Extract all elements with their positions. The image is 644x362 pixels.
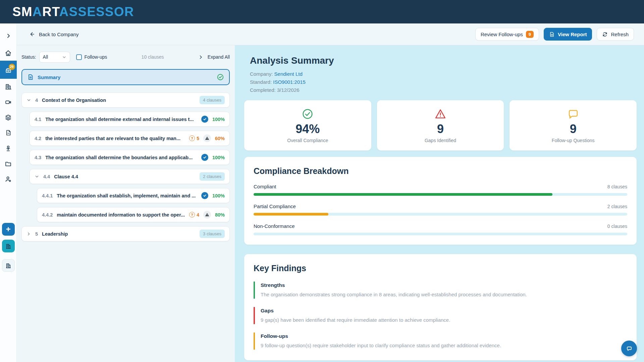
compliance-percent: 80%	[215, 212, 225, 218]
clause-row[interactable]: 4.1 The organization shall determine ext…	[30, 112, 230, 127]
sidebar-item-users[interactable]	[0, 171, 17, 187]
clause-filter-row: Status: All Follow-ups 10 clauses Expand…	[21, 50, 230, 64]
company-line: Company: Sendient Ltd	[250, 70, 637, 78]
status-select[interactable]: All	[39, 52, 70, 63]
sidebar-item-assessments[interactable]: 29	[0, 61, 17, 79]
breakdown-label: Compliant	[254, 184, 276, 189]
sidebar-item-folders[interactable]	[0, 156, 17, 171]
chevron-right-icon	[198, 55, 203, 60]
add-button[interactable]: +	[2, 223, 15, 236]
completed-value: 3/12/2026	[277, 87, 300, 93]
followup-questions-indicator: ? 4	[189, 212, 199, 218]
clause-section-row[interactable]: 5 Leadership 3 clauses	[21, 226, 230, 241]
sidebar-item-interviews[interactable]	[0, 140, 17, 156]
finding-heading: Follow-ups	[261, 333, 627, 339]
status-label: Status:	[21, 54, 36, 60]
warning-triangle-icon	[434, 108, 447, 120]
view-report-button[interactable]: View Report	[544, 28, 592, 41]
clause-title: The organization shall determine externa…	[45, 117, 197, 122]
clause-row[interactable]: 4.4.1 The organization shall establish, …	[37, 188, 230, 203]
back-to-company-label: Back to Company	[39, 32, 78, 37]
chat-button[interactable]	[621, 341, 637, 356]
followups-checkbox[interactable]	[76, 54, 82, 60]
clause-section-row[interactable]: 4 Context of the Organisation 4 clauses	[21, 93, 230, 108]
breakdown-label: Non-Conformance	[254, 223, 295, 229]
question-count: 5	[197, 136, 199, 141]
clause-count: 10 clauses	[107, 54, 198, 60]
complete-check-icon	[201, 116, 208, 123]
sidebar-item-companies[interactable]	[0, 79, 17, 94]
chevron-down-icon	[62, 55, 66, 59]
stat-value: 9	[570, 123, 577, 135]
chat-bubble-icon	[567, 108, 580, 120]
office-building-icon	[5, 262, 11, 269]
office-building-icon	[5, 243, 11, 249]
chevron-down-icon[interactable]	[26, 98, 31, 103]
followups-count-badge: 9	[526, 31, 534, 38]
refresh-button[interactable]: Refresh	[597, 28, 634, 41]
clause-row[interactable]: 4.4.2 maintain documented information to…	[37, 207, 230, 222]
app-header: SMARTASSESSOR	[0, 0, 644, 23]
key-findings-card: Key Findings Strengths The organisation …	[244, 254, 637, 360]
compliance-breakdown-card: Compliance Breakdown Compliant 8 clauses…	[244, 157, 637, 245]
stat-label: Overall Compliance	[287, 138, 328, 143]
clause-number: 4.4	[43, 174, 50, 179]
sidebar-expand-button[interactable]	[0, 29, 17, 43]
stat-value: 94%	[296, 123, 320, 135]
clause-row[interactable]: 4.2 the interested parties that are rele…	[30, 131, 230, 146]
clause-title: the interested parties that are relevant…	[45, 136, 185, 141]
finding-followups: Follow-ups 9 follow-up question(s) requi…	[254, 333, 627, 350]
expand-all-button[interactable]: Expand All	[198, 54, 230, 60]
breakdown-row-nonconformance: Non-Conformance 0 clauses	[254, 223, 627, 235]
followup-questions-indicator: ? 5	[189, 135, 199, 141]
completed-line: Completed: 3/12/2026	[250, 86, 637, 94]
sidebar-item-home[interactable]	[0, 45, 17, 61]
chevron-down-icon[interactable]	[35, 174, 39, 179]
microphone-icon	[5, 145, 12, 152]
stat-value: 9	[437, 123, 444, 135]
clause-title: The organization shall determine the bou…	[45, 155, 197, 160]
chevron-right-icon[interactable]	[26, 232, 31, 236]
sidebar-bottom-actions: +	[2, 223, 15, 272]
summary-row[interactable]: Summary	[21, 69, 230, 85]
icon-sidebar: 29 +	[0, 23, 17, 362]
clause-subsection-row[interactable]: 4.4 Clause 4.4 2 clauses	[30, 169, 230, 184]
finding-heading: Gaps	[261, 308, 627, 314]
compliance-percent: 100%	[212, 155, 225, 160]
question-circle-icon: ?	[189, 135, 195, 141]
logo-part: RT	[42, 5, 59, 19]
analysis-summary-panel: Analysis Summary Company: Sendient Ltd S…	[235, 45, 644, 362]
clause-number: 4.2	[35, 136, 41, 141]
progress-track	[254, 193, 627, 196]
stats-row: 94% Overall Compliance 9 Gaps Identified…	[244, 100, 637, 150]
check-circle-icon	[217, 73, 224, 81]
clause-number: 4	[35, 98, 38, 103]
office-action-button[interactable]	[2, 259, 15, 272]
company-label: Company:	[250, 71, 273, 77]
chevron-right-icon	[6, 33, 11, 39]
compliance-percent: 100%	[212, 117, 225, 122]
stat-label: Follow-up Questions	[552, 138, 595, 143]
finding-strengths: Strengths The organisation demonstrates …	[254, 282, 627, 299]
stat-label: Gaps Identified	[425, 138, 456, 143]
sidebar-item-documents[interactable]	[0, 125, 17, 140]
chat-bubble-icon	[626, 345, 633, 352]
clause-row[interactable]: 4.3 The organization shall determine the…	[30, 150, 230, 165]
stat-card-gaps-identified: 9 Gaps Identified	[377, 100, 504, 150]
sidebar-item-video[interactable]	[0, 94, 17, 110]
sidebar-item-layers[interactable]	[0, 110, 17, 125]
back-to-company-link[interactable]: Back to Company	[29, 31, 78, 37]
review-followups-button[interactable]: Review Follow-ups 9	[475, 28, 539, 41]
page-title: Analysis Summary	[250, 55, 637, 66]
breakdown-row-partial: Partial Compliance 2 clauses	[254, 203, 627, 216]
standard-line: Standard: ISO9001:2015	[250, 78, 637, 86]
logo-part: ASSESSOR	[59, 5, 134, 19]
document-icon	[5, 129, 12, 136]
arrow-left-icon	[29, 31, 35, 37]
office-action-button-active[interactable]	[2, 240, 15, 252]
building-icon	[5, 83, 12, 90]
layers-icon	[5, 114, 12, 121]
smartassessor-logo: SMARTASSESSOR	[12, 5, 134, 18]
toolbar: Back to Company Review Follow-ups 9 View…	[17, 23, 644, 45]
compliance-percent: 100%	[212, 193, 225, 198]
